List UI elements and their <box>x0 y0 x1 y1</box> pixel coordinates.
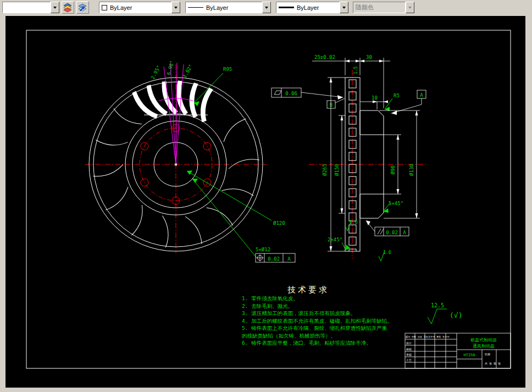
dim-angle-1: 2.95° <box>150 64 162 80</box>
chevron-down-icon <box>265 7 268 9</box>
dim-angle-2: 6.98° <box>166 60 175 76</box>
layer-combo-value[interactable] <box>2 2 51 13</box>
titleblock-scale: 比例 <box>485 352 490 356</box>
object-properties-toolbar: ByLayer ByLayer ByLayer 随颜色 <box>0 0 532 15</box>
hub-top-flange <box>360 111 384 135</box>
lineweight-sample-icon <box>279 7 294 8</box>
lineweight-combo-value[interactable]: ByLayer <box>276 2 340 13</box>
roughness-value-1: 1.6 <box>350 220 358 225</box>
hole-leader <box>192 179 257 258</box>
dim-chamfer-hub: 5×45° <box>389 201 403 206</box>
hub-bottom-flange <box>360 194 384 218</box>
position-tolerance-frame: 0.02 A <box>256 253 295 262</box>
dim-fillet: R5 <box>394 93 400 98</box>
titleblock-rev-header: 标记 处数 分区 更改文件号 签名 年月日 <box>406 335 450 339</box>
roughness-check-icon <box>428 309 447 324</box>
tech-line: 的残缺类缺陷（如欠铸、机械损伤等）。 <box>242 333 336 339</box>
parallelism-icon <box>378 229 384 234</box>
lineweight-combo-arrow[interactable] <box>340 2 348 13</box>
flatness-value: 0.06 <box>285 91 297 96</box>
dim-hub-width: 30 <box>366 54 372 60</box>
plotstyle-combo-arrow <box>406 2 414 13</box>
color-combo-value[interactable]: ByLayer <box>99 2 171 13</box>
flatness-icon <box>274 91 281 95</box>
position-datum: A <box>287 256 291 262</box>
dim-chamfer-plate: 2×45° <box>328 237 342 242</box>
color-combo-arrow[interactable] <box>171 2 180 13</box>
dim-outer-diameter: Ø265 <box>322 164 328 176</box>
hole-leader-arrow <box>192 179 198 183</box>
titleblock-audit: 审核 <box>406 353 412 356</box>
color-combo[interactable]: ByLayer <box>99 2 180 13</box>
plotstyle-combo-value: 随颜色 <box>353 2 406 13</box>
datum-b-label: B <box>330 102 332 108</box>
vane-strip-cells <box>345 78 360 251</box>
r95-leader <box>194 73 223 103</box>
dim-bolt-circle-dia: Ø120 <box>273 220 285 226</box>
tech-line: 6. 铸件表面应平整，浇口、毛刺、粘砂等应清除干净。 <box>242 340 372 346</box>
linetype-combo-value[interactable]: ByLayer <box>185 2 262 13</box>
autocad-window: ByLayer ByLayer ByLayer 随颜色 <box>0 0 532 392</box>
dim-bore-diameter: Ø90 <box>390 165 396 174</box>
titleblock-design: 设计 <box>406 341 412 345</box>
drawing-svg: 2.95° 6.98° 3.02° R95 Ø120 5×Ø12 <box>5 16 525 388</box>
dim-hole-note: 5×Ø12 <box>256 247 270 252</box>
bolt-circle-leader <box>187 171 271 220</box>
datum-a-label: A <box>420 92 423 98</box>
tech-line: 4. 加工后的螺纹表面不允许有黑皮、磕碰、乱扣和毛刺等缺陷。 <box>242 318 392 324</box>
title-block: 标记 处数 分区 更改文件号 签名 年月日 设计 校核 审核 工艺 前盘式制动器… <box>405 333 511 368</box>
tech-line: 5. 铸件表面上不允许有冷隔、裂纹、缩孔和穿透性缺陷及严重 <box>242 325 387 331</box>
finish-tick: (√) <box>450 311 462 319</box>
color-swatch-icon <box>102 5 107 10</box>
titleblock-material: HT250 <box>463 353 475 357</box>
section-view: 25±0.02 30 1.5 10 R5 <box>271 54 426 261</box>
lineweight-combo[interactable]: ByLayer <box>276 2 348 13</box>
plotstyle-combo: 随颜色 <box>353 2 414 13</box>
position-icon <box>257 255 264 262</box>
tech-line: 3. 滚压精加工的表面，滚压后不得有脱皮现象。 <box>242 310 356 316</box>
make-object-layer-current-button[interactable] <box>62 1 74 14</box>
layer-manager-button[interactable] <box>76 1 89 14</box>
flatness-tolerance-frame <box>271 88 343 100</box>
titleblock-check: 校核 <box>406 347 412 351</box>
front-view: 2.95° 6.98° 3.02° R95 Ø120 5×Ø12 <box>85 60 295 262</box>
bolt-circle-arrow <box>187 170 192 175</box>
dim-radius-r95: R95 <box>223 67 232 72</box>
linetype-combo[interactable]: ByLayer <box>185 2 271 13</box>
titleblock-part: 通风制动盘 <box>473 343 495 349</box>
dim-step: 10 <box>372 95 378 101</box>
roughness-value-2: 1.6 <box>383 250 391 255</box>
titleblock-sheet: 共 张 第 张 <box>485 362 501 366</box>
finish-ra-value: 12.5 <box>431 302 444 308</box>
linetype-combo-label: ByLayer <box>206 4 228 11</box>
drawing-canvas-area[interactable]: 2.95° 6.98° 3.02° R95 Ø120 5×Ø12 <box>5 16 525 388</box>
linetype-sample-icon <box>188 7 203 8</box>
dim-vane-diameter: Ø150 <box>334 164 340 176</box>
surface-finish-mark: 12.5 (√) <box>428 302 462 324</box>
color-combo-label: ByLayer <box>110 4 132 11</box>
tech-line: 1. 零件须去除氧化皮。 <box>242 295 298 301</box>
layer-combo-arrow[interactable] <box>51 2 59 13</box>
dim-disc-width: 25±0.02 <box>314 54 335 60</box>
tech-requirements: 技术要求 1. 零件须去除氧化皮。 2. 去除毛刺、抛光。 3. 滚压精加工的表… <box>242 285 392 346</box>
chevron-down-icon <box>53 7 57 9</box>
titleblock-process: 工艺 <box>406 358 412 362</box>
layers-icon <box>63 3 73 12</box>
titleblock-product: 前盘式制动器 <box>470 338 497 343</box>
tech-title: 技术要求 <box>287 285 329 295</box>
linetype-combo-arrow[interactable] <box>262 2 271 13</box>
chevron-down-icon <box>174 7 178 9</box>
position-value: 0.02 <box>268 256 280 262</box>
parallelism-value: 0.02 <box>386 230 398 235</box>
tech-line: 2. 去除毛刺、抛光。 <box>242 303 293 309</box>
layer-stack-icon <box>78 3 87 12</box>
parallelism-datum: A <box>403 230 406 235</box>
lineweight-combo-label: ByLayer <box>297 4 319 11</box>
dim-lip: 1.5 <box>353 67 358 75</box>
chevron-down-icon <box>408 7 412 9</box>
dim-hub-diameter: Ø130 <box>409 164 414 176</box>
layer-combo[interactable] <box>2 2 59 13</box>
chevron-down-icon <box>342 7 346 9</box>
